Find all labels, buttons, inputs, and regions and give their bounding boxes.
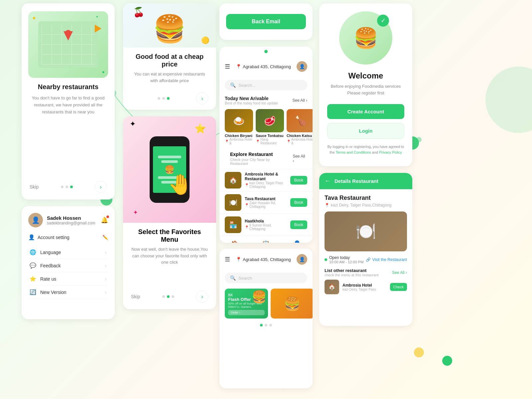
next-button-fav[interactable]: › <box>196 291 208 303</box>
account-icon: 👤 <box>28 234 35 240</box>
haatkhola-name: Haatkhola <box>245 219 287 223</box>
phone-line-2 <box>161 160 178 163</box>
haatkhola-addr: 📍 6 Sursor Road, Chittagong <box>245 223 287 231</box>
food-card-sauce[interactable]: 🥩 Sauce Tonkatsu 📍 Hang Restaurant <box>256 109 284 145</box>
terms-text: By logging in or registering, you have a… <box>327 144 404 155</box>
dot-f2 <box>162 97 165 100</box>
tava-info: Tava Restaurant 📍 Zakir Hossain Rd, Chit… <box>245 197 287 208</box>
star-orange-icon: ⭐ <box>195 123 206 134</box>
location-display: 📍 Agrabad 435, Chittagong <box>236 64 291 69</box>
food-onboarding-desc: You can eat at expensive restaurants wit… <box>123 71 216 89</box>
search-icon: 🔍 <box>230 82 236 88</box>
nearby-desc: You don't have to go far to find a good … <box>22 95 115 115</box>
banner-dot-2 <box>265 324 267 327</box>
next-button-food[interactable]: › <box>196 92 208 104</box>
menu-item-new-version[interactable]: 🔄 New Version › <box>28 286 108 299</box>
create-account-button[interactable]: Create Account <box>327 104 404 119</box>
dot-2 <box>66 186 68 188</box>
orders-nav-icon[interactable]: 📋 <box>262 240 270 243</box>
flash-offer-banner[interactable]: BK Flash Offer 50% off on all burger wit… <box>225 289 268 319</box>
profile-row: 👤 Sadek Hossen sadekbranding@gmail.com 🔔 <box>28 213 108 227</box>
see-all-explore[interactable]: See All › <box>293 154 307 163</box>
see-all-today[interactable]: See All › <box>292 98 307 103</box>
haatkhola-image: 🏪 <box>225 216 241 233</box>
check-button[interactable]: Check <box>390 283 407 291</box>
card-welcome: 🍔 ✓ Welcome Before enjoying Foodmedia se… <box>319 3 412 166</box>
feedback-label: Feedback <box>40 263 61 268</box>
sauce-location: 📍 Hang Restaurant <box>256 138 284 145</box>
pin-icon-tava: 📍 <box>245 203 249 207</box>
terms-link[interactable]: Terms and Conditions <box>335 150 371 154</box>
notification-bell-container: 🔔 <box>101 216 108 224</box>
dot-fav1 <box>162 295 165 298</box>
flash-subtitle: 50% off on all burger with 0984711 Start… <box>228 302 265 309</box>
search-input-2[interactable]: Search <box>238 276 252 281</box>
search-input[interactable]: Search... <box>238 83 256 88</box>
search-bar[interactable]: 🔍 Search... <box>225 80 307 90</box>
food-card-biryani[interactable]: 🍛 Chicken Biryani 📍 Ambrosia Hotel & <box>225 109 253 145</box>
user-avatar-2[interactable]: 👤 <box>297 254 307 265</box>
secondary-banner[interactable]: 🍔 <box>271 289 313 319</box>
details-address: 📍 kazi Deiry, Taiger Pass,Chittagong <box>325 203 407 207</box>
search-bar-2[interactable]: 🔍 Search <box>225 273 307 283</box>
order-button[interactable]: Order › <box>228 310 265 315</box>
back-arrow-icon[interactable]: ← <box>325 178 331 185</box>
card-profile-settings: 👤 Sadek Hossen sadekbranding@gmail.com 🔔… <box>22 206 115 319</box>
today-section-header: Today New Arivable Best of the today foo… <box>219 93 313 108</box>
terms-and: and <box>372 150 378 154</box>
star-decoration-3: ● <box>96 15 98 18</box>
back-email-button[interactable]: Back Email <box>226 14 306 29</box>
card-main-app: ☰ 📍 Agrabad 435, Chittagong 👤 🔍 Search..… <box>219 47 313 243</box>
decorative-circle-large <box>485 66 532 133</box>
phone-illustration: 🍔 🤚 <box>150 136 190 203</box>
book-tava-button[interactable]: Book <box>290 198 307 207</box>
login-button[interactable]: Login <box>327 123 404 139</box>
menu-item-rate-us[interactable]: ⭐ Rate us › <box>28 272 108 286</box>
menu-item-language[interactable]: 🌐 Language › <box>28 246 108 259</box>
svg-point-3 <box>416 137 422 142</box>
user-avatar[interactable]: 👤 <box>297 61 307 72</box>
location-text-2: Agrabad 435, Chittagong <box>243 257 291 262</box>
hamburger-menu-icon-2[interactable]: ☰ <box>225 256 230 263</box>
menu-item-feedback[interactable]: 💬 Feedback › <box>28 259 108 272</box>
card-select-favorites: 🍔 🤚 ⭐ ✦ ✦ Select the Favorites Menu Now … <box>123 116 216 309</box>
restaurant-row-tava: 🍽️ Tava Restaurant 📍 Zakir Hossain Rd, C… <box>219 191 313 213</box>
account-setting-row[interactable]: 👤 Account setting ✏️ <box>28 234 108 240</box>
location-display-2: 📍 Agrabad 435, Chittagong <box>236 257 291 262</box>
account-setting-left: 👤 Account setting <box>28 234 69 240</box>
edit-icon[interactable]: ✏️ <box>102 235 108 240</box>
nearby-title: Nearby restaurants <box>31 83 105 91</box>
favorites-desc: Now eat well, don't leave the house,You … <box>123 246 216 266</box>
skip-button[interactable]: Skip <box>30 184 39 190</box>
decorative-cherry: 🍒 <box>133 7 145 18</box>
favorites-illustration: 🍔 🤚 ⭐ ✦ ✦ <box>123 116 216 223</box>
pin-icon-sauce: 📍 <box>256 140 260 143</box>
next-button[interactable]: › <box>95 181 107 193</box>
account-setting-label: Account setting <box>38 235 69 240</box>
svg-point-5 <box>414 347 424 357</box>
book-ambrosia-button[interactable]: Book <box>290 176 307 185</box>
book-haatkhola-button[interactable]: Book <box>290 220 307 229</box>
pin-icon-details: 📍 <box>325 203 330 207</box>
open-indicator <box>325 258 327 261</box>
visit-restaurant-link[interactable]: 🔗 Visit the Restaurant <box>366 257 407 262</box>
see-all-list-other[interactable]: See All › <box>392 270 407 275</box>
mini-rest-addr: kazi Deiry, Taiger Pass <box>342 288 387 291</box>
katsu-location: 📍 Ambrosia Hotel & <box>287 138 313 145</box>
card-back-email: Back Email <box>219 3 313 40</box>
hamburger-menu-icon[interactable]: ☰ <box>225 63 230 70</box>
search-icon-2: 🔍 <box>230 275 236 281</box>
food-card-katsu[interactable]: 🍗 Chicken Katsu 📍 Ambrosia Hotel & <box>287 109 313 145</box>
open-label: Open today <box>329 255 363 260</box>
home-nav-icon[interactable]: 🏠 <box>231 240 239 243</box>
card-nearby-restaurants: ✦ ● ● Nearby restaurants You don't have … <box>22 3 115 200</box>
dot-fav3 <box>172 295 174 298</box>
language-icon: 🌐 <box>30 249 36 255</box>
language-label: Language <box>40 250 61 255</box>
profile-nav-icon[interactable]: 👤 <box>293 240 301 243</box>
skip-button-fav[interactable]: Skip <box>131 294 140 299</box>
privacy-link[interactable]: Privacy Policy <box>379 150 402 154</box>
feedback-icon: 💬 <box>30 262 36 269</box>
profile-info: Sadek Hossen sadekbranding@gmail.com <box>47 215 97 225</box>
haatkhola-info: Haatkhola 📍 6 Sursor Road, Chittagong <box>245 219 287 231</box>
